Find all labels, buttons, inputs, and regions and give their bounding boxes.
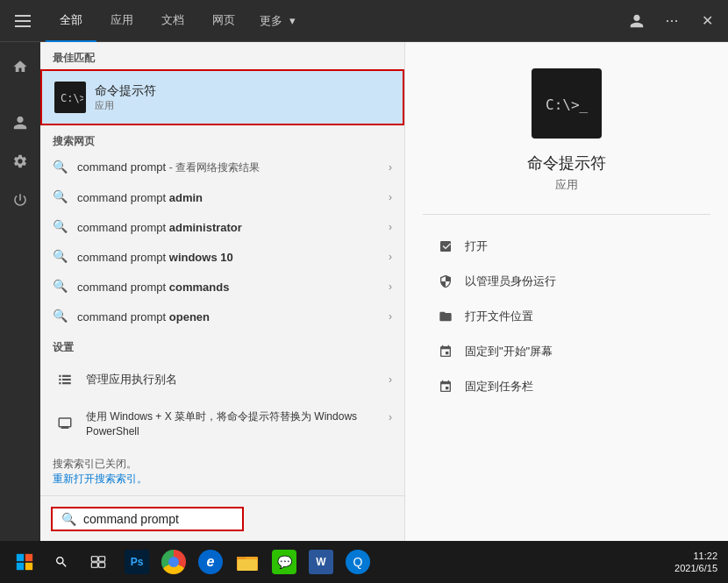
search-web-item-5[interactable]: 🔍 command prompt commands › [40,272,404,302]
taskbar-time[interactable]: 11:22 2021/6/15 [674,551,717,573]
taskbar-app-wechat[interactable]: 💬 [267,541,302,583]
svg-text:C:\>_: C:\>_ [546,96,589,113]
profile-button[interactable] [623,7,651,35]
search-icon-3: 🔍 [53,219,68,235]
preview-app-icon: C:\>_ [532,68,602,139]
search-item-text-2: command prompt admin [77,191,389,204]
svg-rect-5 [62,379,71,380]
svg-rect-13 [25,563,32,570]
search-nav-bar: 全部 应用 文档 网页 更多 ▾ ··· ✕ [0,0,728,42]
action-open[interactable]: 打开 [423,229,710,264]
svg-rect-3 [62,375,71,377]
arrow-icon-1: › [389,161,392,174]
taskbar-app-word[interactable]: W [303,541,339,583]
time-display: 11:22 [693,551,717,561]
action-pin-start-label: 固定到"开始"屏幕 [465,344,553,359]
action-pin-start[interactable]: 固定到"开始"屏幕 [423,334,710,369]
search-web-label: 搜索网页 [40,125,404,153]
search-input-area[interactable]: 🔍 command prompt [51,507,244,531]
preview-divider [423,214,710,215]
taskbar-app-other[interactable]: Q [340,541,375,583]
svg-rect-4 [59,379,61,380]
search-content: 最佳匹配 C:\>_ 命令提示符 应用 搜索网页 [0,42,728,541]
arrow-icon-6: › [389,310,392,323]
search-item-text-1: command prompt - 查看网络搜索结果 [77,160,389,175]
tab-apps[interactable]: 应用 [96,0,147,42]
chevron-down-icon: ▾ [289,14,296,27]
open-icon [437,238,454,255]
search-item-text-6: command prompt openen [77,310,389,323]
arrow-icon-4: › [389,251,392,263]
svg-rect-7 [62,382,71,384]
date-display: 2021/6/15 [674,563,717,573]
search-icon-6: 🔍 [53,309,68,324]
start-button[interactable] [4,541,46,583]
settings-text-1: 管理应用执行别名 [86,372,389,387]
sidebar-settings-icon[interactable] [3,144,38,179]
search-icon-2: 🔍 [53,189,68,205]
tab-more[interactable]: 更多 ▾ [249,0,306,42]
search-web-item-1[interactable]: 🔍 command prompt - 查看网络搜索结果 › [40,153,404,182]
hamburger-menu[interactable] [7,5,39,37]
settings-item-2[interactable]: 使用 Windows + X 菜单时，将命令提示符替换为 Windows Pow… [40,401,404,448]
arrow-icon-3: › [389,221,392,233]
tab-docs[interactable]: 文档 [147,0,198,42]
reopen-index-link[interactable]: 重新打开搜索索引。 [53,473,147,485]
taskbar-app-file-explorer[interactable] [230,541,265,583]
search-item-text-3: command prompt administrator [77,221,389,234]
svg-rect-15 [99,557,105,562]
best-match-item[interactable]: C:\>_ 命令提示符 应用 [40,69,404,125]
taskbar-right-area: 11:22 2021/6/15 [674,551,724,573]
search-item-text-4: command prompt windows 10 [77,251,389,264]
taskbar-search-button[interactable] [46,546,77,578]
taskbar-app-browser-2[interactable]: e [193,541,228,583]
cmd-app-icon: C:\>_ [54,82,86,113]
sidebar-power-icon[interactable] [3,182,38,217]
taskbar-app-browser-1[interactable] [156,541,191,583]
pin-start-icon [437,343,454,360]
best-match-title: 命令提示符 [95,83,156,99]
svg-rect-14 [91,557,97,562]
action-list: 打开 以管理员身份运行 [423,229,710,404]
search-web-item-3[interactable]: 🔍 command prompt administrator › [40,212,404,242]
settings-arrow-1: › [389,373,392,386]
settings-text-2: 使用 Windows + X 菜单时，将命令提示符替换为 Windows Pow… [86,409,389,439]
svg-text:C:\>_: C:\>_ [61,92,83,104]
search-input-icon: 🔍 [61,512,76,526]
monitor-icon [53,411,77,436]
settings-item-1[interactable]: 管理应用执行别名 › [40,359,404,401]
hamburger-line-2 [15,20,31,22]
close-button[interactable]: ✕ [693,7,721,35]
search-bottom-bar: 🔍 command prompt [40,495,404,541]
index-notice: 搜索索引已关闭。 重新打开搜索索引。 [40,448,404,495]
preview-subtitle: 应用 [555,177,578,193]
preview-title: 命令提示符 [527,153,606,174]
more-options-button[interactable]: ··· [658,7,686,35]
svg-rect-17 [99,563,105,568]
action-pin-taskbar[interactable]: 固定到任务栏 [423,369,710,404]
action-open-location[interactable]: 打开文件位置 [423,299,710,334]
search-web-item-2[interactable]: 🔍 command prompt admin › [40,182,404,212]
sidebar-person-icon[interactable] [3,105,38,140]
search-item-text-5: command prompt commands [77,281,389,294]
search-web-item-6[interactable]: 🔍 command prompt openen › [40,302,404,331]
search-input-value[interactable]: command prompt [83,512,179,526]
sidebar-home-icon[interactable] [3,49,38,84]
search-web-item-4[interactable]: 🔍 command prompt windows 10 › [40,242,404,272]
tab-all[interactable]: 全部 [46,0,96,42]
taskbar-app-photoshop[interactable]: Ps [119,541,154,583]
hamburger-line-3 [15,25,31,27]
action-run-as-admin[interactable]: 以管理员身份运行 [423,264,710,299]
task-view-button[interactable] [77,541,119,583]
search-nav-tabs: 全部 应用 文档 网页 更多 ▾ [46,0,616,42]
hamburger-line-1 [15,15,31,17]
tab-web[interactable]: 网页 [198,0,249,42]
arrow-icon-5: › [389,281,392,293]
svg-rect-11 [25,554,32,561]
action-pin-taskbar-label: 固定到任务栏 [465,379,533,395]
action-location-label: 打开文件位置 [465,309,533,324]
search-icon-1: 🔍 [53,160,68,175]
app-preview: C:\>_ 命令提示符 应用 打开 [405,42,728,422]
taskbar: Ps e [0,541,728,583]
nav-actions: ··· ✕ [623,7,721,35]
